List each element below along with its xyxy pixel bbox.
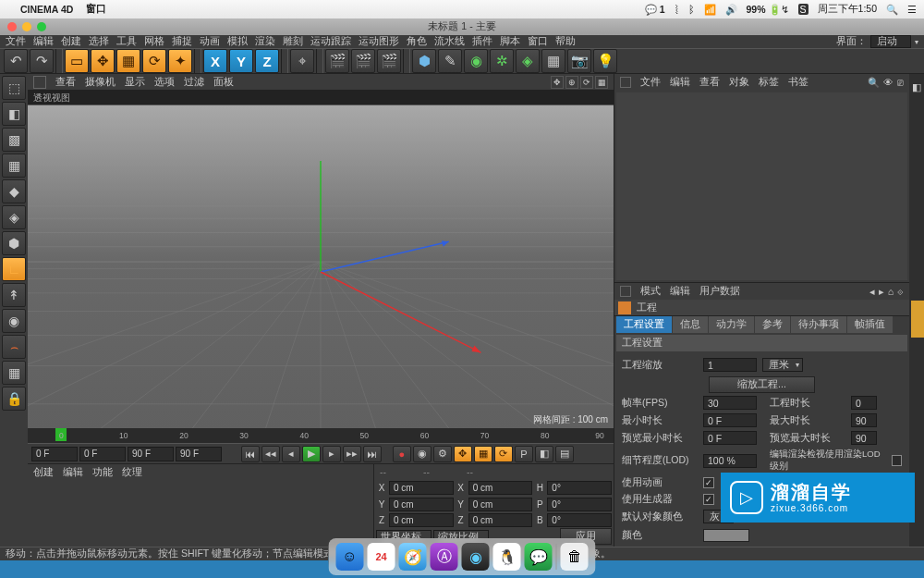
nav-up-icon[interactable]: ⌂	[888, 286, 894, 297]
camera-button[interactable]: 📷	[567, 49, 591, 73]
dock-wechat-icon[interactable]: 💬	[525, 543, 553, 571]
prev-key-button[interactable]: ◂◂	[261, 446, 280, 462]
m-sculpt[interactable]: 雕刻	[283, 35, 303, 48]
am-mode[interactable]: 模式	[640, 285, 661, 298]
scale-button[interactable]: ▦	[116, 49, 140, 73]
fld-unit[interactable]: 厘米	[762, 358, 803, 372]
viewport[interactable]: YZX 网格间距 : 100 cm	[28, 105, 614, 428]
m-file[interactable]: 文件	[6, 35, 26, 48]
sogou-icon[interactable]: S	[798, 4, 808, 15]
next-frame-button[interactable]: ▸	[322, 446, 341, 462]
m-plugin[interactable]: 插件	[472, 35, 492, 48]
size-x[interactable]: 0 cm	[468, 481, 533, 495]
nav-back-icon[interactable]: ◂	[869, 286, 875, 297]
color-swatch[interactable]	[703, 529, 749, 542]
vm-camera[interactable]: 摄像机	[85, 76, 116, 89]
rot-h[interactable]: 0°	[547, 481, 612, 495]
key-sel-button[interactable]: ▤	[555, 446, 574, 462]
minimize-icon[interactable]	[22, 22, 31, 31]
traffic-lights[interactable]	[7, 22, 46, 31]
om-view[interactable]: 查看	[699, 76, 720, 89]
m-tools[interactable]: 工具	[116, 35, 137, 48]
nurbs-button[interactable]: ◉	[464, 49, 488, 73]
rot-p[interactable]: 0°	[547, 498, 612, 511]
battery-status[interactable]: 99% 🔋↯	[747, 4, 789, 16]
volume-icon[interactable]: 🔊	[725, 4, 737, 16]
m-edit[interactable]: 编辑	[33, 35, 54, 48]
x-lock-button[interactable]: X	[203, 49, 227, 73]
render-button[interactable]: 🎬	[325, 49, 349, 73]
om-object[interactable]: 对象	[729, 76, 749, 89]
bt-func[interactable]: 功能	[92, 466, 113, 479]
vp-orbit-icon[interactable]: ⟳	[580, 76, 593, 89]
tab-ref[interactable]: 参考	[755, 316, 790, 333]
fld-dur[interactable]: 0	[851, 396, 877, 410]
fld-scale[interactable]: 1	[703, 358, 757, 372]
date-time[interactable]: 周三下午1:50	[818, 3, 877, 16]
m-track[interactable]: 运动跟踪	[310, 35, 351, 48]
poly-mode-button[interactable]: ⬢	[2, 231, 26, 255]
fld-max[interactable]: 90	[851, 413, 877, 427]
cb-lod[interactable]	[892, 455, 902, 466]
axis-button[interactable]: ∟	[2, 257, 26, 281]
point-mode-button[interactable]: ◆	[2, 179, 26, 203]
object-tree[interactable]	[616, 92, 907, 280]
next-key-button[interactable]: ▸▸	[343, 446, 361, 462]
vm-filter[interactable]: 过滤	[184, 76, 204, 89]
tab-interp[interactable]: 帧插值	[847, 316, 893, 333]
frame-end[interactable]: 90 F	[128, 447, 174, 461]
lock-button[interactable]: 🔒	[2, 387, 26, 411]
rot-b[interactable]: 0°	[547, 513, 612, 527]
key-rot-button[interactable]: ⟳	[494, 446, 513, 462]
menu-window[interactable]: 窗口	[86, 3, 106, 16]
m-create[interactable]: 创建	[61, 35, 81, 48]
edge-icon[interactable]: ◧	[912, 81, 921, 92]
btn-scale-project[interactable]: 缩放工程...	[709, 376, 815, 393]
coord-button[interactable]: ⌖	[290, 49, 314, 73]
record-button[interactable]: ●	[393, 446, 411, 462]
om-edit[interactable]: 编辑	[670, 76, 690, 89]
m-sim[interactable]: 模拟	[227, 35, 248, 48]
m-help[interactable]: 帮助	[555, 35, 576, 48]
model-mode-button[interactable]: ◧	[2, 102, 26, 126]
frame-end2[interactable]: 90 F	[176, 447, 222, 461]
menu-icon[interactable]: ☰	[907, 4, 917, 15]
timeline[interactable]: 010 2030 4050 6070 8090	[28, 428, 614, 443]
om-tag[interactable]: 标签	[759, 76, 779, 89]
am-user[interactable]: 用户数据	[699, 285, 740, 298]
chevron-down-icon[interactable]: ▾	[915, 38, 918, 46]
app-name[interactable]: CINEMA 4D	[20, 4, 73, 15]
dock-trash-icon[interactable]: 🗑	[561, 543, 589, 571]
layout-dropdown[interactable]: 启动	[870, 35, 911, 48]
tab-project[interactable]: 工程设置	[616, 316, 672, 333]
am-edit[interactable]: 编辑	[670, 285, 690, 298]
cb-gen[interactable]: ✓	[703, 494, 714, 505]
bt-texture[interactable]: 纹理	[122, 466, 142, 479]
environment-button[interactable]: ▦	[541, 49, 565, 73]
play-button[interactable]: ▶	[302, 446, 321, 462]
filter-icon[interactable]: ⎚	[897, 77, 904, 89]
vp-zoom-icon[interactable]: ⊕	[565, 76, 578, 89]
search-icon[interactable]: 🔍	[868, 77, 880, 89]
vm-panel[interactable]: 面板	[213, 76, 234, 89]
move-button[interactable]: ✥	[91, 49, 115, 73]
recent-button[interactable]: ✦	[168, 49, 192, 73]
restore-icon[interactable]	[33, 76, 46, 89]
vm-view[interactable]: 查看	[55, 76, 76, 89]
pos-y[interactable]: 0 cm	[389, 498, 454, 511]
m-mograph[interactable]: 运动图形	[359, 35, 399, 48]
tab-todo[interactable]: 待办事项	[791, 316, 846, 333]
fld-pmin[interactable]: 0 F	[703, 431, 757, 445]
content-browser-tab[interactable]	[911, 301, 924, 338]
generator-button[interactable]: ✲	[490, 49, 514, 73]
dock-safari-icon[interactable]: 🧭	[399, 543, 427, 571]
texture-mode-button[interactable]: ▩	[2, 128, 26, 152]
tab-dyn[interactable]: 动力学	[709, 316, 754, 333]
deformer-button[interactable]: ◈	[516, 49, 540, 73]
om-bookmark[interactable]: 书签	[788, 76, 808, 89]
select-button[interactable]: ▭	[65, 49, 89, 73]
m-window[interactable]: 窗口	[528, 35, 548, 48]
om-file[interactable]: 文件	[640, 76, 661, 89]
workplane-button[interactable]: ▦	[2, 154, 26, 178]
render-region-button[interactable]: 🎬	[351, 49, 375, 73]
